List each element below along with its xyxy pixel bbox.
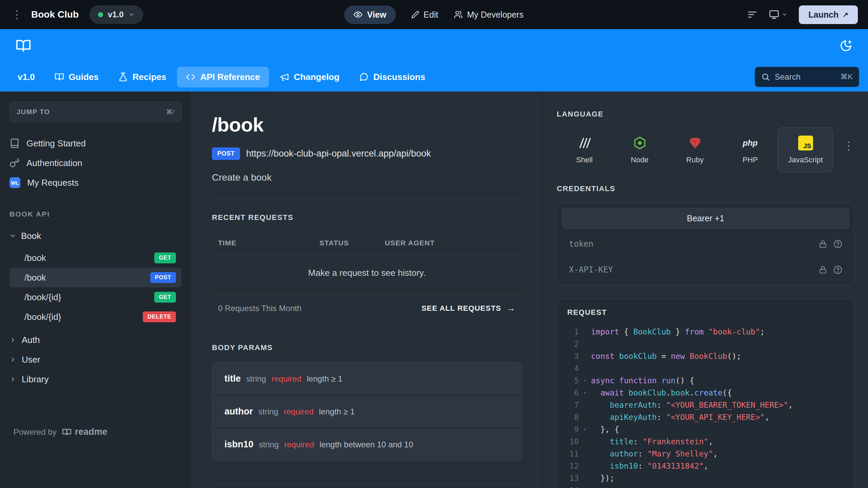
nav-recipes[interactable]: Recipes (110, 67, 175, 87)
code-editor[interactable]: 1import { BookClub } from "book-club";23… (557, 323, 854, 488)
more-languages-button[interactable]: ⋮ (843, 127, 854, 152)
eye-icon (354, 10, 362, 19)
fold-arrow-icon[interactable]: ▾ (579, 387, 591, 399)
method-badge-delete: DELETE (143, 311, 176, 322)
language-php[interactable]: php PHP (723, 127, 778, 172)
token-input[interactable] (569, 239, 812, 249)
sidebar-item-my-requests[interactable]: WL My Requests (9, 173, 181, 192)
help-circle-icon[interactable] (833, 240, 842, 248)
wl-badge-icon: WL (9, 177, 20, 188)
endpoint-line: POST https://book-club-api-opal.vercel.a… (212, 147, 522, 160)
language-label: PHP (743, 156, 758, 164)
readme-logo[interactable]: readme (62, 427, 107, 437)
param-row-isbn10[interactable]: isbn10 string required length between 10… (212, 428, 521, 461)
sidebar-group-label: Library (22, 374, 48, 385)
launch-button[interactable]: Launch ↗ (799, 5, 858, 24)
code-text: async function run() { (591, 374, 694, 387)
fold-gutter (579, 326, 591, 338)
divider (212, 198, 522, 198)
body-params-heading: BODY PARAMS (212, 343, 522, 352)
param-row-author[interactable]: author string required length ≥ 1 (212, 395, 521, 428)
language-ruby[interactable]: Ruby (667, 127, 723, 172)
project-name: Book Club (31, 9, 79, 20)
sidebar: JUMP TO ⌘/ Getting Started Authenticatio… (0, 92, 191, 488)
nav-changelog[interactable]: Changelog (271, 67, 348, 87)
nav-changelog-label: Changelog (294, 72, 339, 82)
align-list-icon[interactable] (747, 9, 757, 20)
my-developers-button[interactable]: My Developers (454, 10, 524, 20)
code-line: 13 }); (557, 472, 854, 484)
language-shell[interactable]: Shell (557, 127, 612, 172)
sidebar-endpoint-book-id-get[interactable]: /book/{id} GET (9, 287, 181, 307)
auth-scheme-toggle[interactable]: Bearer +1 (562, 208, 849, 229)
code-text: import { BookClub } from "book-club"; (591, 326, 765, 338)
sidebar-endpoint-book-id-delete[interactable]: /book/{id} DELETE (9, 307, 181, 327)
shell-icon (578, 135, 591, 151)
sidebar-group-user[interactable]: User (9, 350, 181, 369)
param-constraint: length ≥ 1 (307, 374, 342, 384)
method-badge-get: GET (154, 292, 176, 303)
sidebar-group-library[interactable]: Library (9, 369, 181, 389)
body-params-card: title string required length ≥ 1 author … (212, 362, 522, 461)
sidebar-group-book[interactable]: Book (9, 226, 181, 245)
chevron-down-icon (9, 232, 16, 239)
sidebar-endpoint-book-get[interactable]: /book GET (9, 248, 181, 268)
version-selector[interactable]: v1.0 (90, 5, 143, 24)
language-javascript[interactable]: JS JavaScript (778, 127, 833, 172)
endpoint-url[interactable]: https://book-club-api-opal.vercel.app/ap… (246, 148, 431, 159)
powered-by: Powered by readme (14, 427, 107, 437)
language-label: Ruby (686, 156, 704, 164)
endpoint-path: /book (24, 253, 46, 263)
sidebar-item-getting-started[interactable]: Getting Started (9, 134, 181, 153)
method-badge-post: POST (150, 272, 176, 283)
view-mode-button[interactable]: View (344, 6, 396, 24)
help-circle-icon[interactable] (833, 265, 842, 274)
display-menu-button[interactable] (769, 9, 787, 20)
code-text: bearerAuth: "<YOUR_BEARER_TOKEN_HERE>", (591, 399, 793, 411)
launch-label: Launch (808, 10, 839, 20)
sidebar-group-label: User (22, 354, 40, 365)
code-line: 3const bookClub = new BookClub(); (557, 350, 854, 362)
nav-api-reference[interactable]: API Reference (177, 67, 269, 87)
param-name: isbn10 (224, 439, 254, 450)
book-open-icon (55, 72, 64, 82)
sidebar-item-authentication[interactable]: Authentication (9, 153, 181, 173)
column-header-user-agent: USER AGENT (385, 239, 516, 247)
fold-arrow-icon[interactable]: ▾ (579, 423, 591, 435)
param-row-title[interactable]: title string required length ≥ 1 (212, 363, 521, 395)
nav-version[interactable]: v1.0 (9, 67, 44, 87)
open-book-logo-icon[interactable] (16, 38, 31, 54)
fold-gutter (579, 350, 591, 362)
sidebar-endpoint-book-post[interactable]: /book POST (9, 268, 181, 287)
sidebar-group-auth[interactable]: Auth (9, 330, 181, 350)
version-status-dot (98, 12, 103, 17)
requests-count: 0 Requests This Month (218, 304, 301, 313)
recent-requests-heading: RECENT REQUESTS (212, 213, 522, 222)
search-box[interactable]: ⌘K (755, 67, 859, 87)
param-type: string (246, 374, 266, 384)
nav-discussions[interactable]: Discussions (350, 67, 434, 87)
jump-to-button[interactable]: JUMP TO ⌘/ (9, 102, 181, 122)
dark-mode-moon-icon[interactable] (840, 39, 852, 52)
line-number: 6 (557, 387, 579, 399)
line-number: 8 (557, 411, 579, 423)
apikey-input[interactable] (569, 265, 812, 274)
chevron-down-icon (129, 12, 135, 18)
language-node[interactable]: Node (612, 127, 667, 172)
fold-arrow-icon[interactable]: ▾ (579, 374, 591, 387)
line-number: 14 (557, 484, 579, 488)
topbar-mode-switch: View Edit My Developers (344, 6, 524, 24)
nav-guides[interactable]: Guides (46, 67, 107, 87)
param-constraint: length ≥ 1 (319, 407, 355, 416)
search-input[interactable] (775, 72, 835, 82)
request-code-card: REQUEST 1import { BookClub } from "book-… (557, 299, 854, 488)
credentials-heading: CREDENTIALS (557, 184, 854, 193)
line-number: 2 (557, 338, 579, 350)
sidebar-collapsed-groups: Auth User Library (9, 330, 181, 389)
see-all-requests-link[interactable]: SEE ALL REQUESTS → (421, 303, 516, 313)
column-header-time: TIME (218, 239, 319, 247)
edit-mode-button[interactable]: Edit (411, 10, 438, 20)
recent-requests-table: TIME STATUS USER AGENT Make a request to… (212, 232, 522, 322)
code-text: }); (591, 472, 614, 484)
project-menu-icon[interactable]: ⋮ (10, 9, 24, 20)
